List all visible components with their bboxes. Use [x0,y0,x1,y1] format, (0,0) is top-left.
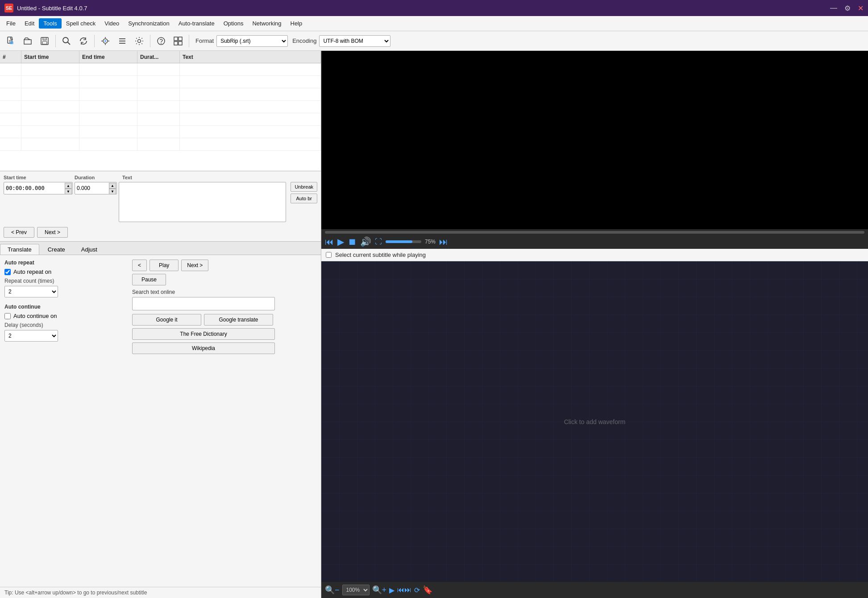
auto-continue-section: Auto continue Auto continue on Delay (se… [4,304,125,342]
duration-input[interactable] [75,185,104,191]
encoding-select[interactable]: UTF-8 with BOM UTF-8 Unicode ASCII [319,35,390,47]
menu-video[interactable]: Video [100,18,124,29]
tab-adjust[interactable]: Adjust [74,244,105,255]
wikipedia-button[interactable]: Wikipedia [132,342,275,354]
video-stop-button[interactable]: ⏹ [348,237,357,247]
unbreak-button[interactable]: Unbreak [291,182,317,192]
menu-networking[interactable]: Networking [248,18,286,29]
duration-field[interactable]: ▲ ▼ [75,182,117,194]
play-button[interactable]: Play [150,260,179,271]
zoom-select[interactable]: 50% 75% 100% 150% 200% [342,585,370,595]
google-translate-button[interactable]: Google translate [204,314,273,326]
ocr-button[interactable] [97,33,113,49]
table-row[interactable] [0,138,321,151]
start-time-input[interactable] [6,185,59,191]
auto-continue-label: Auto continue [4,304,125,310]
duration-up[interactable]: ▲ [109,183,116,189]
new-button[interactable] [3,33,19,49]
minimize-button[interactable]: — [830,4,837,12]
table-row[interactable] [0,76,321,88]
auto-br-button[interactable]: Auto br [291,194,317,203]
batch-button[interactable] [114,33,130,49]
subtitle-table-body[interactable] [0,63,321,171]
start-time-up[interactable]: ▲ [65,183,72,189]
find-button[interactable] [58,33,75,49]
waveform-bookmark-icon[interactable]: 🔖 [423,585,432,595]
auto-repeat-checkbox[interactable] [4,269,11,275]
menu-edit[interactable]: Edit [20,18,39,29]
separator-3 [150,35,150,47]
free-dictionary-button[interactable]: The Free Dictionary [132,328,275,340]
volume-slider[interactable] [386,240,421,243]
subtitle-text-input[interactable] [119,182,286,222]
table-row[interactable] [0,101,321,113]
translate-left: Auto repeat Auto repeat on Repeat count … [4,260,125,582]
google-button[interactable]: Google it [132,314,201,326]
menu-tools[interactable]: Tools [39,18,61,29]
menu-file[interactable]: File [2,18,20,29]
video-rewind-button[interactable]: ⏮ [325,237,334,247]
reload-button[interactable] [75,33,91,49]
menu-spellcheck[interactable]: Spell check [62,18,100,29]
title-bar: SE Untitled - Subtitle Edit 4.0.7 — ⚙ ✕ [0,0,868,16]
duration-down[interactable]: ▼ [109,189,116,194]
col-header-number: # [0,51,21,63]
next-button[interactable]: Next > [37,227,68,238]
select-subtitle-label[interactable]: Select current subtitle while playing [335,252,426,258]
svg-rect-25 [321,261,868,582]
delay-select[interactable]: 1 2 3 4 5 [4,330,58,342]
waveform-marker-button[interactable]: ⏮⏭ [397,586,411,594]
auto-continue-checkbox[interactable] [4,313,11,319]
menu-help[interactable]: Help [286,18,307,29]
video-play-button[interactable]: ▶ [337,236,344,247]
svg-rect-6 [42,41,47,44]
settings-button[interactable] [131,33,147,49]
start-time-field[interactable]: ▲ ▼ [4,182,73,194]
delay-label: Delay (seconds) [4,322,125,328]
table-header: # Start time End time Durat... Text [0,51,321,63]
save-button[interactable] [37,33,53,49]
playback-next-button[interactable]: Next > [181,260,208,271]
layout-button[interactable] [170,33,186,49]
table-row[interactable] [0,63,321,76]
video-forward-button[interactable]: ⏭ [439,237,448,247]
table-row[interactable] [0,113,321,126]
tab-create[interactable]: Create [40,244,73,255]
repeat-count-select[interactable]: 1 2 3 4 5 [4,286,58,297]
waveform-area[interactable]: Click to add waveform [321,261,868,582]
prev-button[interactable]: < Prev [4,227,34,238]
table-row[interactable] [0,126,321,138]
playback-prev-button[interactable]: < [132,260,147,271]
waveform-speed-button[interactable]: ⟳ [414,586,420,594]
tip-bar: Tip: Use <alt+arrow up/down> to go to pr… [0,587,321,598]
auto-continue-checkbox-label[interactable]: Auto continue on [13,313,57,319]
video-progress-bar[interactable] [325,231,864,234]
menu-synchronization[interactable]: Synchronization [124,18,174,29]
subtitle-text-wrap [119,182,286,223]
search-text-input[interactable] [132,297,275,310]
auto-repeat-checkbox-label[interactable]: Auto repeat on [13,268,51,275]
bottom-left-panel: Translate Create Adjust Auto repeat Auto… [0,242,321,598]
help-button[interactable] [153,33,169,49]
play-waveform-button[interactable]: ▶ [389,586,395,594]
select-subtitle-checkbox[interactable] [326,252,332,258]
zoom-out-button[interactable]: 🔍− [325,585,340,595]
svg-rect-3 [10,41,13,44]
toolbar: Format SubRip (.srt) MicroDVD Advanced S… [0,31,868,51]
close-button[interactable]: ✕ [858,4,864,12]
video-mute-button[interactable]: 🔊 [360,236,371,247]
format-select[interactable]: SubRip (.srt) MicroDVD Advanced SubStati… [216,35,288,47]
video-fullscreen-button[interactable]: ⛶ [375,238,382,246]
right-panel: ⏮ ▶ ⏹ 🔊 ⛶ 75% ⏭ Select current subtitle … [321,51,868,598]
table-row[interactable] [0,88,321,101]
format-label: Format [195,37,214,44]
search-online-label: Search text online [132,289,316,295]
menu-options[interactable]: Options [219,18,248,29]
zoom-in-button[interactable]: 🔍+ [372,585,387,595]
open-button[interactable] [20,33,36,49]
pause-button[interactable]: Pause [132,274,166,285]
menu-autotranslate[interactable]: Auto-translate [174,18,219,29]
maximize-button[interactable]: ⚙ [844,4,851,12]
tab-translate[interactable]: Translate [0,244,39,255]
start-time-down[interactable]: ▼ [65,189,72,194]
